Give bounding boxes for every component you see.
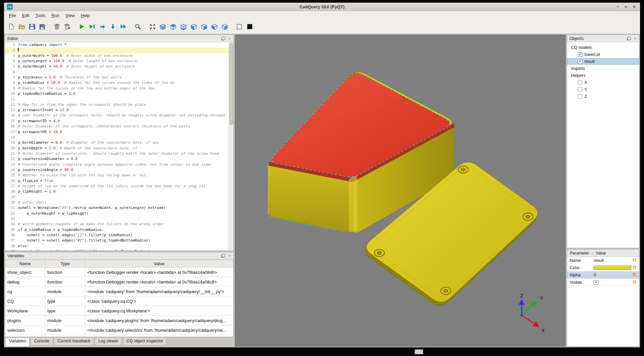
code-line[interactable]: 35if p_sideRadius > p_topAndBottomRadius… xyxy=(5,227,229,233)
tab-current-traceback[interactable]: Current traceback xyxy=(54,338,94,345)
checkbox[interactable]: ✓ xyxy=(594,280,598,285)
param-value[interactable]: result xyxy=(593,258,632,263)
code-line[interactable]: 7p_thickness = 3.0··# Thickness of the b… xyxy=(5,75,229,80)
code-line[interactable]: 27# Height of lip on the underside of th… xyxy=(5,184,229,189)
table-row[interactable]: CQtype<class 'cadquery.cq.CQ'> xyxy=(5,296,233,306)
color-swatch[interactable] xyxy=(594,266,631,270)
tree-item-y[interactable]: Y xyxy=(567,86,639,93)
code-line[interactable]: 10p_topAndBottomRadius = 2.0 xyxy=(5,91,229,96)
step-over-button[interactable] xyxy=(98,22,107,31)
code-line[interactable]: 3p_outerWidth = 100.0··# Outer width of … xyxy=(5,53,229,59)
code-line[interactable]: 22p_countersinkDiameter = 0.0 xyxy=(5,156,229,162)
tree-item-imports[interactable]: Imports xyxy=(567,65,639,72)
undock-icon[interactable] xyxy=(221,253,226,258)
checkbox[interactable] xyxy=(578,94,582,99)
param-value[interactable]: 0 xyxy=(593,273,632,277)
tab-variables[interactable]: Variables xyxy=(5,338,30,347)
code-line[interactable]: 24p_countersinkAngle = 90.0 xyxy=(5,167,229,173)
open-button[interactable] xyxy=(17,22,26,31)
code-line[interactable]: 25# Whether to place the lid with the to… xyxy=(5,173,229,178)
delete-all-button[interactable] xyxy=(63,22,72,31)
back-view-button[interactable] xyxy=(199,22,209,31)
code-line[interactable]: 12# How far in from the edges the screwp… xyxy=(5,102,229,107)
code-line[interactable]: 6 xyxy=(5,70,229,75)
debug-button[interactable] xyxy=(88,22,97,31)
save-as-button[interactable] xyxy=(38,22,47,31)
tab-log-viewer[interactable]: Log viewer xyxy=(95,338,122,345)
screenshot-button[interactable] xyxy=(133,22,143,31)
checkbox[interactable]: ✓ xyxy=(578,59,582,64)
tab-console[interactable]: Console xyxy=(30,338,53,345)
checkbox[interactable]: ✓ xyxy=(578,52,582,57)
reset-icon[interactable] xyxy=(632,273,638,277)
code-editor[interactable]: 1from cadquery import *23p_outerWidth = … xyxy=(5,42,233,251)
3d-viewport[interactable]: Z Y X xyxy=(235,35,566,347)
save-button[interactable] xyxy=(27,22,37,31)
code-line[interactable]: 8p_sideRadius = 10.0··# Radius for the c… xyxy=(5,80,229,86)
param-value[interactable] xyxy=(593,266,632,270)
menu-edit[interactable]: Edit xyxy=(19,12,32,19)
code-line[interactable]: 31oshell = Workplane("XY").rect(p_outerW… xyxy=(5,205,229,211)
wireframe-button[interactable] xyxy=(235,22,244,31)
new-button[interactable] xyxy=(7,22,16,31)
checkbox[interactable] xyxy=(578,80,582,85)
scrollbar-thumb[interactable] xyxy=(229,43,233,125)
code-line[interactable]: 9# Radius for the curves on the top and … xyxy=(5,86,229,91)
reset-icon[interactable] xyxy=(632,266,638,270)
code-line[interactable]: 28p_lipHeight = 1.0 xyxy=(5,189,229,194)
code-line[interactable]: 20p_boreDepth = 1.0··# Depth of the coun… xyxy=(5,146,229,151)
maximize-button[interactable]: + xyxy=(624,3,627,11)
table-row[interactable]: debugfunction<function Debugger.render.<… xyxy=(5,277,233,287)
code-line[interactable]: 13p_screwpostInset = 12.0 xyxy=(5,107,229,113)
table-row[interactable]: pluginsmodule<module 'cadquery.plugins' … xyxy=(5,316,233,325)
menu-run[interactable]: Run xyxy=(49,12,63,19)
menu-tools[interactable]: Tools xyxy=(32,12,48,19)
minimize-button[interactable]: − xyxy=(616,3,619,11)
close-icon[interactable]: × xyxy=(227,36,232,41)
table-row[interactable]: selectorsmodule<module 'cadquery.selecto… xyxy=(5,325,233,335)
tree-item-lowerlid[interactable]: ✓lowerLid xyxy=(567,51,639,58)
tree-item-helpers[interactable]: Helpers xyxy=(567,72,639,79)
delete-button[interactable] xyxy=(52,22,62,31)
code-line[interactable]: 34# weird geometry happens if we make th… xyxy=(5,222,229,227)
code-line[interactable]: 26p_flipLid = True xyxy=(5,178,229,184)
close-button[interactable]: × xyxy=(633,3,636,11)
table-row[interactable]: Planetype<class 'cadquery.occ_impl.geom.… xyxy=(5,335,233,337)
bottom-view-button[interactable] xyxy=(179,22,188,31)
code-line[interactable]: 15p_screwpostID = 4.0 xyxy=(5,118,229,124)
right-view-button[interactable] xyxy=(220,22,229,31)
undock-icon[interactable] xyxy=(221,36,226,41)
code-line[interactable]: 11 xyxy=(5,96,229,102)
table-row[interactable]: show_objectfunction<function Debugger.re… xyxy=(5,267,233,277)
code-line[interactable]: 23# Countersink angle (complete angle be… xyxy=(5,162,229,167)
tab-cq-object-inspector[interactable]: CQ object inspector xyxy=(123,338,167,345)
tree-item-cq-models[interactable]: CQ models xyxy=(567,44,639,51)
reset-icon[interactable] xyxy=(632,258,638,263)
step-into-button[interactable] xyxy=(108,22,118,31)
front-view-button[interactable] xyxy=(189,22,198,31)
render-button[interactable] xyxy=(77,22,87,31)
continue-button[interactable] xyxy=(119,22,128,31)
code-line[interactable]: 36 oshell = oshell.edges("|Z").fillet(p_… xyxy=(5,233,229,238)
code-line[interactable]: 1from cadquery import * xyxy=(5,42,229,48)
code-line[interactable]: 14# nner Diameter of the screwpost holes… xyxy=(5,113,229,118)
code-line[interactable]: 4p_outerLength = 150.0··# Outer length o… xyxy=(5,59,229,64)
code-line[interactable]: 16# Outer Diameter of the screwposts.\nD… xyxy=(5,124,229,129)
3d-scene[interactable]: Z Y X xyxy=(235,35,565,346)
fit-view-button[interactable] xyxy=(148,22,157,31)
code-line[interactable]: 5p_outerHeight = 50.0··# Outer height of… xyxy=(5,64,229,69)
checkbox[interactable] xyxy=(578,87,582,92)
param-value[interactable]: ✓ xyxy=(593,280,632,285)
top-view-button[interactable] xyxy=(168,22,178,31)
code-line[interactable]: 17p_screwpostOD = 10.0 xyxy=(5,129,229,135)
shaded-button[interactable] xyxy=(245,22,254,31)
code-line[interactable]: 2 xyxy=(5,48,229,53)
table-row[interactable]: cqmodule<module 'cadquery' from '/home/a… xyxy=(5,287,233,296)
menu-help[interactable]: Help xyxy=(78,12,93,19)
code-line[interactable]: 19p_boreDiameter = 8.0··# Diameter of th… xyxy=(5,140,229,145)
tree-item-result[interactable]: ✓result xyxy=(567,58,639,65)
editor-scrollbar[interactable] xyxy=(229,42,233,251)
code-line[interactable]: 32 p_outerHeight + p_lipHeight) xyxy=(5,211,229,216)
reset-icon[interactable] xyxy=(632,280,638,284)
table-row[interactable]: Workplanetype<class 'cadquery.cq.Workpla… xyxy=(5,306,233,316)
